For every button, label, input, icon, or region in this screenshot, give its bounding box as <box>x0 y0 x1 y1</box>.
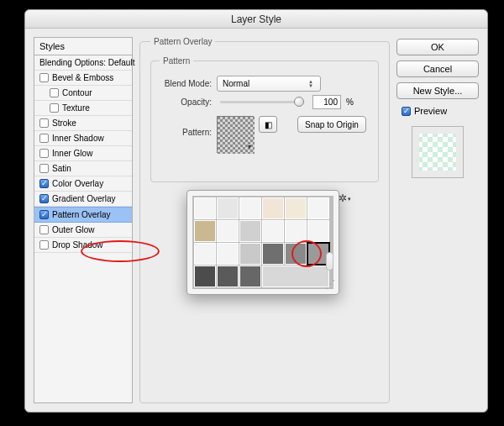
style-checkbox[interactable]: ✓ <box>39 194 49 203</box>
styles-header[interactable]: Styles <box>34 38 132 55</box>
pattern-legend: Pattern <box>160 56 193 66</box>
pattern-grid <box>192 196 333 289</box>
new-style-button[interactable]: New Style... <box>396 82 479 99</box>
style-checkbox[interactable] <box>39 225 49 234</box>
layer-style-window: Layer Style Styles Blending Options: Def… <box>24 9 488 413</box>
pattern-thumb-peach[interactable] <box>262 197 284 219</box>
pattern-thumb-blank8[interactable] <box>217 243 239 265</box>
pattern-swatch[interactable]: ▾ <box>217 116 254 153</box>
style-label: Inner Glow <box>52 149 92 158</box>
pattern-picker-popover: ✲▾ ⋰ <box>186 190 339 295</box>
new-preset-icon: ◧ <box>265 120 272 129</box>
style-label: Stroke <box>52 118 76 128</box>
style-row-gradient-overlay[interactable]: ✓Gradient Overlay <box>34 192 132 207</box>
pattern-thumb-grey[interactable] <box>239 220 261 242</box>
style-row-satin[interactable]: Satin <box>34 161 132 176</box>
style-label: Satin <box>52 164 71 173</box>
opacity-slider-thumb[interactable] <box>294 97 304 107</box>
style-row-color-overlay[interactable]: ✓Color Overlay <box>34 176 132 192</box>
style-label: Color Overlay <box>52 179 103 188</box>
style-checkbox[interactable]: ✓ <box>39 179 49 188</box>
style-checkbox[interactable] <box>39 73 49 82</box>
pattern-thumb-blank3[interactable] <box>217 220 239 242</box>
style-checkbox[interactable] <box>39 240 49 250</box>
pattern-thumb-dark3[interactable] <box>239 266 261 287</box>
style-label: Pattern Overlay <box>52 210 110 219</box>
chevron-down-icon: ▾ <box>248 143 251 150</box>
pattern-group: Pattern Blend Mode: Normal ▲▼ Opacity: <box>150 56 379 182</box>
new-preset-button[interactable]: ◧ <box>259 116 277 133</box>
style-row-outer-glow[interactable]: Outer Glow <box>34 223 132 238</box>
blending-options-row[interactable]: Blending Options: Default <box>34 55 132 71</box>
style-row-bevel-emboss[interactable]: Bevel & Emboss <box>34 71 132 86</box>
pattern-thumb-checker-light[interactable] <box>194 197 216 219</box>
updown-icon: ▲▼ <box>305 80 317 88</box>
pattern-thumb-blank2[interactable] <box>307 197 329 219</box>
snap-to-origin-button[interactable]: Snap to Origin <box>297 116 366 133</box>
pattern-label: Pattern: <box>160 116 212 137</box>
blend-mode-value: Normal <box>223 79 249 88</box>
style-row-inner-shadow[interactable]: Inner Shadow <box>34 131 132 146</box>
style-row-inner-glow[interactable]: Inner Glow <box>34 146 132 161</box>
cancel-button[interactable]: Cancel <box>396 60 479 77</box>
snap-to-origin-label: Snap to Origin <box>305 120 359 129</box>
opacity-input[interactable] <box>312 95 341 109</box>
style-label: Contour <box>62 88 92 97</box>
pattern-thumb-blank[interactable] <box>239 197 261 219</box>
style-row-pattern-overlay[interactable]: ✓Pattern Overlay <box>34 207 132 223</box>
pattern-thumb-cream[interactable] <box>285 197 307 219</box>
opacity-unit: % <box>346 97 354 107</box>
style-checkbox[interactable] <box>39 149 49 158</box>
pattern-thumb-grey2[interactable] <box>239 243 261 265</box>
pattern-thumb-blank6[interactable] <box>307 220 329 242</box>
pattern-thumb-blank5[interactable] <box>285 220 307 242</box>
styles-list: Bevel & EmbossContourTextureStrokeInner … <box>34 71 132 402</box>
style-row-contour[interactable]: Contour <box>34 86 132 101</box>
opacity-row: Opacity: % <box>160 95 370 109</box>
pattern-thumb-stones[interactable] <box>194 220 216 242</box>
style-checkbox[interactable] <box>50 88 59 97</box>
pattern-thumb-dark1[interactable] <box>194 266 216 287</box>
blend-mode-select[interactable]: Normal ▲▼ <box>217 76 321 92</box>
pattern-thumb-blank7[interactable] <box>194 243 216 265</box>
window-titlebar: Layer Style <box>25 10 487 29</box>
pattern-thumb-blank4[interactable] <box>262 220 284 242</box>
style-row-drop-shadow[interactable]: Drop Shadow <box>34 238 132 253</box>
style-row-stroke[interactable]: Stroke <box>34 116 132 131</box>
pattern-overlay-legend: Pattern Overlay <box>150 37 215 46</box>
pattern-thumb-cross[interactable] <box>285 243 307 265</box>
preview-row[interactable]: ✓ Preview <box>396 106 479 116</box>
popover-menu-button[interactable]: ✲▾ <box>339 192 354 204</box>
style-label: Inner Shadow <box>52 134 104 143</box>
preview-checkbox[interactable]: ✓ <box>402 107 411 116</box>
pattern-row: Pattern: <box>160 116 370 153</box>
resize-grip-icon[interactable]: ⋰ <box>325 281 335 291</box>
style-checkbox[interactable] <box>39 134 49 143</box>
style-label: Gradient Overlay <box>52 194 116 203</box>
styles-panel: Styles Blending Options: Default Bevel &… <box>34 37 133 403</box>
style-checkbox[interactable]: ✓ <box>39 210 49 219</box>
blend-mode-label: Blend Mode: <box>160 79 212 88</box>
chevron-down-icon: ▾ <box>348 196 351 202</box>
preview-thumbnail <box>419 134 456 171</box>
ok-button[interactable]: OK <box>396 39 479 55</box>
pattern-thumb-darkgrid[interactable] <box>262 243 284 265</box>
preview-label: Preview <box>414 106 447 116</box>
style-checkbox[interactable] <box>39 164 49 173</box>
preview-box <box>412 126 464 178</box>
style-checkbox[interactable] <box>39 118 49 128</box>
style-label: Bevel & Emboss <box>52 73 113 82</box>
pattern-grid-empty <box>262 266 329 287</box>
window-title: Layer Style <box>231 13 281 25</box>
right-column: OK Cancel New Style... ✓ Preview <box>396 37 479 403</box>
opacity-slider[interactable] <box>220 101 304 103</box>
style-label: Drop Shadow <box>52 240 103 250</box>
style-label: Outer Glow <box>52 225 95 234</box>
opacity-label: Opacity: <box>160 97 212 107</box>
style-checkbox[interactable] <box>50 103 59 113</box>
blend-mode-row: Blend Mode: Normal ▲▼ <box>160 76 370 92</box>
style-row-texture[interactable]: Texture <box>34 101 132 116</box>
popover-scrollbar[interactable] <box>326 252 333 271</box>
pattern-thumb-diagonal[interactable] <box>217 197 239 219</box>
pattern-thumb-dark2[interactable] <box>217 266 239 287</box>
